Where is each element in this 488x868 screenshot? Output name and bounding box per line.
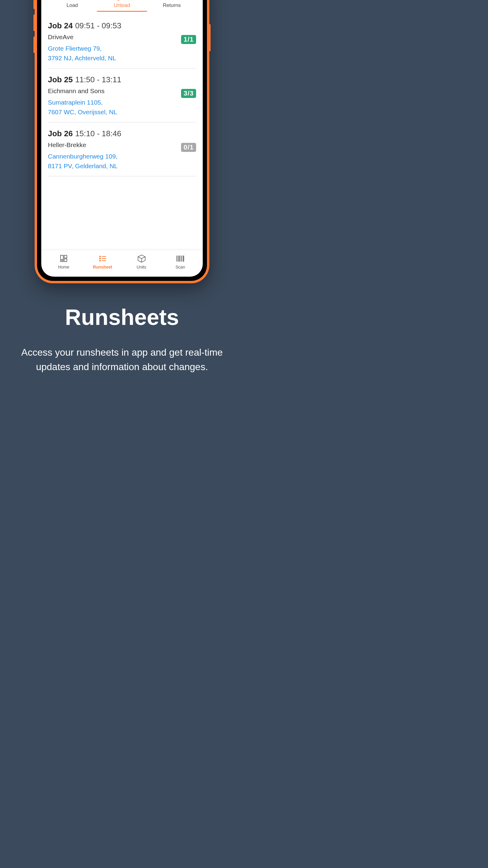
job-address[interactable]: Grote Fliertweg 79, 3792 NJ, Achterveld,…	[48, 44, 196, 63]
package-icon	[122, 254, 161, 264]
job-item[interactable]: Job 26 15:10 - 18:46 Heller-Brekke Canne…	[48, 122, 196, 176]
side-button-right	[209, 24, 210, 51]
tab-label: Returns	[147, 2, 197, 8]
svg-rect-23	[182, 255, 183, 261]
job-address[interactable]: Cannenburgherweg 109, 8171 PV, Gelderlan…	[48, 152, 196, 170]
svg-rect-21	[180, 255, 181, 261]
nav-units[interactable]: Units	[122, 254, 161, 270]
nav-label: Runsheet	[83, 265, 122, 270]
nav-runsheet[interactable]: Runsheet	[83, 254, 122, 270]
svg-rect-20	[178, 255, 180, 261]
barcode-icon	[161, 254, 200, 264]
tab-returns[interactable]: Returns	[147, 0, 197, 14]
promo-title: Runsheets	[12, 304, 232, 330]
svg-rect-11	[61, 260, 63, 261]
phone-frame: Load Unload Returns	[35, 0, 209, 283]
svg-point-3	[117, 0, 120, 0]
nav-label: Home	[44, 265, 83, 270]
tab-label: Load	[47, 2, 97, 8]
svg-rect-24	[183, 255, 184, 261]
job-number: Job 25	[48, 75, 73, 84]
job-item[interactable]: Job 24 09:51 - 09:53 DriveAve Grote Flie…	[48, 14, 196, 68]
truck-return-icon	[147, 0, 197, 1]
truck-load-icon	[47, 0, 97, 1]
job-company: Heller-Brekke	[48, 141, 196, 149]
job-number: Job 24	[48, 21, 73, 30]
svg-rect-19	[178, 255, 178, 261]
list-icon	[83, 254, 122, 264]
svg-rect-9	[64, 255, 67, 258]
job-company: Eichmann and Sons	[48, 87, 196, 95]
promo-section: Runsheets Access your runsheets in app a…	[0, 304, 244, 374]
top-tabs: Load Unload Returns	[41, 0, 203, 14]
side-buttons-left	[33, 0, 35, 59]
job-time: 11:50 - 13:11	[75, 75, 121, 84]
job-address[interactable]: Sumatraplein 1105, 7607 WC, Overijssel, …	[48, 98, 196, 117]
tab-load[interactable]: Load	[47, 0, 97, 14]
nav-home[interactable]: Home	[44, 254, 83, 270]
promo-description: Access your runsheets in app and get rea…	[12, 345, 232, 374]
status-badge: 3/3	[181, 89, 196, 98]
grid-icon	[44, 254, 83, 264]
dolly-icon	[97, 0, 147, 1]
svg-rect-8	[61, 255, 63, 259]
job-time: 09:51 - 09:53	[75, 21, 121, 30]
status-badge: 1/1	[181, 35, 196, 44]
job-company: DriveAve	[48, 33, 196, 41]
svg-rect-22	[181, 255, 182, 261]
job-number: Job 26	[48, 129, 73, 138]
svg-point-13	[99, 258, 100, 259]
tab-label: Unload	[97, 2, 147, 8]
svg-point-14	[99, 260, 100, 261]
tab-unload[interactable]: Unload	[97, 0, 147, 14]
nav-label: Scan	[161, 265, 200, 270]
svg-rect-18	[176, 255, 177, 261]
job-list[interactable]: Job 24 09:51 - 09:53 DriveAve Grote Flie…	[41, 14, 203, 250]
job-item[interactable]: Job 25 11:50 - 13:11 Eichmann and Sons S…	[48, 68, 196, 122]
nav-scan[interactable]: Scan	[161, 254, 200, 270]
status-badge: 0/1	[181, 143, 196, 152]
bottom-nav: Home Runsheet Units	[41, 250, 203, 277]
app-screen: Load Unload Returns	[41, 0, 203, 277]
nav-label: Units	[122, 265, 161, 270]
svg-rect-10	[64, 259, 67, 261]
svg-point-12	[99, 256, 100, 257]
job-time: 15:10 - 18:46	[75, 129, 121, 138]
